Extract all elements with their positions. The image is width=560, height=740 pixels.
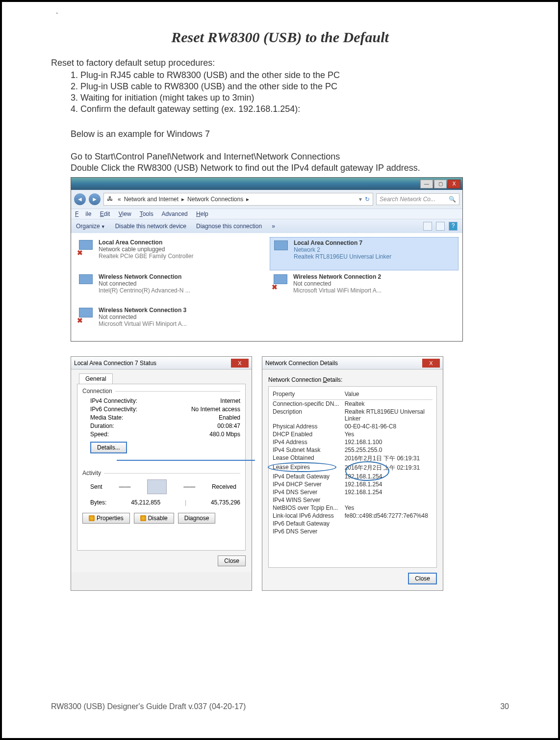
diagnose-button[interactable]: Diagnose this connection bbox=[196, 223, 262, 230]
minimize-button[interactable]: — bbox=[420, 180, 433, 188]
received-label: Received bbox=[212, 483, 236, 490]
bc-a[interactable]: Network and Internet bbox=[124, 196, 178, 203]
preview-pane-icon[interactable] bbox=[436, 222, 445, 231]
bc-sep1: ▸ bbox=[181, 196, 184, 203]
menu-advanced[interactable]: Advanced bbox=[161, 211, 187, 217]
refresh-icon[interactable]: ↻ bbox=[365, 196, 370, 203]
step-4: Confirm the default gateway setting (ex.… bbox=[80, 104, 509, 114]
conn-name: Local Area Connection bbox=[99, 239, 193, 246]
connection-item[interactable]: Wireless Network Connection Not connecte… bbox=[75, 271, 264, 304]
bytes-recv: 45,735,296 bbox=[211, 499, 240, 506]
breadcrumb[interactable]: 🖧 « Network and Internet ▸ Network Conne… bbox=[103, 193, 373, 206]
connection-item[interactable]: ✖ Local Area Connection Network cable un… bbox=[75, 237, 264, 270]
connection-icon: ✖ bbox=[77, 307, 95, 324]
details-button[interactable]: Details... bbox=[90, 442, 127, 453]
k: IPv6 Connectivity: bbox=[90, 406, 137, 413]
connection-icon bbox=[77, 273, 95, 291]
menu-edit[interactable]: Edit bbox=[100, 211, 110, 217]
intro-text: Reset to factory default setup procedure… bbox=[51, 58, 509, 68]
annotation-line bbox=[117, 460, 255, 461]
v: Enabled bbox=[219, 414, 240, 421]
page-footer: RW8300 (USB) Designer's Guide Draft v.03… bbox=[51, 702, 509, 711]
menu-view[interactable]: View bbox=[119, 211, 131, 217]
path-line: Go to Start\Control Panel\Network and In… bbox=[71, 152, 509, 162]
bc-sep2: ▸ bbox=[246, 196, 249, 203]
conn-status: Not connected bbox=[99, 314, 187, 320]
close-button[interactable]: Close bbox=[408, 573, 437, 584]
conn-name: Wireless Network Connection 3 bbox=[99, 307, 187, 314]
close-button[interactable]: Close bbox=[218, 555, 246, 566]
connection-item[interactable]: ✖ Wireless Network Connection 2 Not conn… bbox=[270, 271, 458, 304]
step-3: Waiting for initiation (might takes up t… bbox=[80, 93, 509, 103]
status-dialog: Local Area Connection 7 Status X General… bbox=[71, 356, 252, 591]
page-title: Reset RW8300 (USB) to the Default bbox=[51, 29, 509, 46]
col-property: Property bbox=[273, 391, 345, 397]
step-2: Plug-in USB cable to RW8300 (USB) and th… bbox=[80, 81, 509, 92]
ncwin: — ▢ X ◄ ► 🖧 « Network and Internet ▸ Net… bbox=[71, 177, 463, 342]
conn-device: Microsoft Virtual WiFi Miniport A... bbox=[293, 287, 382, 294]
address-row: ◄ ► 🖧 « Network and Internet ▸ Network C… bbox=[71, 190, 462, 209]
k: Speed: bbox=[90, 431, 109, 438]
menu-help[interactable]: Help bbox=[196, 211, 208, 217]
toolbar-more[interactable]: » bbox=[272, 223, 275, 230]
conn-device: Intel(R) Centrino(R) Advanced-N ... bbox=[99, 287, 190, 294]
dialog-title: Network Connection Details bbox=[265, 360, 338, 367]
dialog-titlebar: Network Connection Details X bbox=[262, 357, 443, 370]
steps-list: Plug-in RJ45 cable to RW8300 (USB) and t… bbox=[51, 70, 509, 114]
details-subtitle: Network Connection Details: bbox=[268, 376, 437, 383]
dialog-row: Local Area Connection 7 Status X General… bbox=[71, 356, 509, 591]
activity-icon bbox=[147, 479, 167, 494]
dropdown-icon[interactable]: ▾ bbox=[359, 196, 362, 203]
disable-device-button[interactable]: Disable this network device bbox=[115, 223, 186, 230]
search-placeholder: Search Network Co... bbox=[380, 196, 435, 203]
organize-button[interactable]: Organize▼ bbox=[76, 223, 105, 230]
conn-name: Wireless Network Connection 2 bbox=[293, 273, 382, 280]
connections-body: ✖ Local Area Connection Network cable un… bbox=[71, 233, 462, 341]
close-button[interactable]: X bbox=[422, 359, 440, 368]
annotation-oval-gateway-label bbox=[268, 462, 336, 472]
bc-b[interactable]: Network Connections bbox=[187, 196, 243, 203]
maximize-button[interactable]: ▢ bbox=[434, 180, 447, 188]
close-button[interactable]: X bbox=[448, 180, 460, 188]
conn-status: Network 2 bbox=[294, 246, 391, 253]
footer-left: RW8300 (USB) Designer's Guide Draft v.03… bbox=[51, 702, 246, 711]
network-connections-screenshot: — ▢ X ◄ ► 🖧 « Network and Internet ▸ Net… bbox=[71, 177, 509, 342]
bytes-label: Bytes: bbox=[90, 499, 106, 506]
menu-tools[interactable]: Tools bbox=[140, 211, 153, 217]
connection-item[interactable]: ✖ Wireless Network Connection 3 Not conn… bbox=[75, 305, 264, 337]
k: Media State: bbox=[90, 414, 123, 421]
tab-general[interactable]: General bbox=[79, 373, 113, 384]
example-block: Below is an example for Windows 7 Go to … bbox=[71, 129, 509, 173]
close-button[interactable]: X bbox=[231, 359, 249, 368]
dash: —— bbox=[119, 483, 131, 490]
footer-page: 30 bbox=[500, 702, 509, 711]
properties-button[interactable]: Properties bbox=[82, 513, 130, 524]
conn-device: Realtek RTL8196EU Universal Linker bbox=[294, 253, 391, 260]
step-1: Plug-in RJ45 cable to RW8300 (USB) and t… bbox=[80, 70, 509, 80]
help-icon[interactable]: ? bbox=[449, 222, 458, 231]
menu-file[interactable]: File bbox=[75, 211, 91, 217]
connection-icon: ✖ bbox=[272, 273, 289, 291]
connection-item-selected[interactable]: Local Area Connection 7 Network 2 Realte… bbox=[270, 237, 458, 270]
details-dialog: Network Connection Details X Network Con… bbox=[262, 356, 443, 591]
toolbar: Organize▼ Disable this network device Di… bbox=[71, 219, 462, 233]
k: IPv4 Connectivity: bbox=[90, 397, 137, 404]
connection-icon: ✖ bbox=[77, 239, 95, 257]
search-box[interactable]: Search Network Co... 🔍 bbox=[376, 193, 459, 205]
section-activity: Activity bbox=[82, 470, 104, 476]
connection-icon bbox=[272, 239, 290, 257]
network-icon: 🖧 bbox=[107, 195, 115, 203]
disable-button[interactable]: Disable bbox=[134, 513, 174, 524]
document-page: ` Reset RW8300 (USB) to the Default Rese… bbox=[0, 0, 560, 740]
sent-label: Sent bbox=[90, 483, 102, 490]
conn-device: Realtek PCIe GBE Family Controller bbox=[99, 253, 193, 260]
conn-status: Not connected bbox=[99, 280, 190, 287]
stray-char: ` bbox=[56, 12, 58, 20]
back-button[interactable]: ◄ bbox=[74, 193, 86, 205]
conn-name: Local Area Connection 7 bbox=[294, 239, 391, 246]
diagnose-button[interactable]: Diagnose bbox=[178, 513, 216, 524]
shield-icon bbox=[140, 515, 146, 521]
view-options-icon[interactable] bbox=[423, 222, 432, 231]
search-icon: 🔍 bbox=[449, 196, 456, 203]
forward-button[interactable]: ► bbox=[89, 193, 101, 205]
